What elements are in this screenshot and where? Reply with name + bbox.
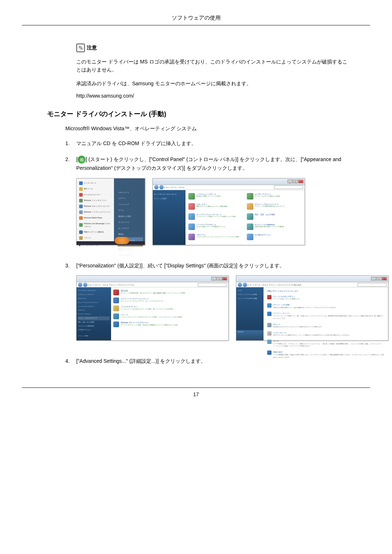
forward-icon — [243, 283, 247, 287]
note-header: ✎ 注意 — [76, 44, 352, 52]
screensaver-icon — [267, 312, 271, 316]
note-url: http://www.samsung.com/ — [76, 93, 352, 99]
page-number: 17 — [22, 387, 370, 397]
step-1: 1. マニュアル CD を CD-ROM ドライブに挿入します。 — [76, 139, 352, 148]
appearance-main: 個人設定デスクトップの背景の変更 色のカスタマイズ 画面の解像度の調整 スクリー… — [111, 287, 228, 340]
display-settings-icon — [267, 350, 271, 355]
start-button — [115, 237, 129, 244]
maximize-icon: □ — [217, 277, 222, 280]
folder-icon — [113, 305, 119, 311]
step-2: 2. [] (スタート) をクリックし、["Control Panel" (コン… — [76, 155, 352, 254]
minimize-icon: _ — [211, 277, 216, 280]
step-text: [] (スタート) をクリックし、["Control Panel" (コントロー… — [76, 155, 352, 254]
step-number: 1. — [65, 139, 76, 148]
note-text-2: 承認済みのドライバは、Samsung モニターのホームページに掲載されます。 — [76, 79, 352, 87]
taskbar — [77, 241, 145, 245]
search-icon — [198, 283, 227, 287]
security-icon — [188, 203, 195, 210]
back-icon — [154, 185, 159, 189]
appearance-icon — [247, 203, 253, 210]
programs-icon — [188, 234, 195, 240]
note-label: 注意 — [87, 45, 97, 51]
minimize-icon: _ — [287, 180, 293, 183]
content-area: ✎ 注意 このモニター ドライバーは MS ロゴの承認を受けており、このドライバ… — [22, 44, 370, 366]
hardware-icon — [188, 223, 195, 230]
ease-icon — [247, 223, 253, 230]
step-number: 3. — [65, 262, 76, 350]
page-header: ソフトウェアの使用 — [22, 15, 370, 25]
desktop-bg-icon — [267, 303, 271, 308]
back-icon — [78, 283, 82, 287]
appearance-sidebar: コントロール パネル ホーム システムとメンテナンス セキュリティ ネットワーク… — [77, 287, 111, 340]
windows-start-icon — [78, 156, 86, 164]
screenshot-appearance: _ □ × ▸ コントロール パネル ▸ デスクトップのカスタマイズ ▸ — [76, 275, 229, 341]
search-icon — [274, 185, 303, 189]
user-icon — [247, 193, 253, 200]
forward-icon — [83, 283, 87, 287]
close-icon: × — [222, 277, 227, 280]
close-icon: × — [382, 277, 387, 280]
step-text-b: ] (スタート) をクリックし、["Control Panel" (コントロール… — [76, 156, 341, 171]
maximize-icon: □ — [376, 277, 381, 280]
sounds-icon — [267, 323, 271, 327]
step-list: 1. マニュアル CD を CD-ROM ドライブに挿入します。 2. [] (… — [76, 139, 352, 366]
address-bar: ▸ コントロール パネル ▸ — [153, 185, 305, 190]
network-icon — [188, 213, 195, 220]
screenshot-row-1: インターネット 電子メール ウェルカム センター Windows フォト ギャラ… — [76, 178, 352, 245]
maximize-icon: □ — [293, 180, 298, 183]
screenshot-start-menu: インターネット 電子メール ウェルカム センター Windows フォト ギャラ… — [76, 178, 145, 245]
other-icon — [247, 234, 253, 240]
note-text-1: このモニター ドライバーは MS ロゴの承認を受けており、このドライバのインスト… — [76, 58, 352, 74]
address-bar: ▸ コントロール パネル ▸ デスクトップのカスタマイズ ▸ 個人設定 — [236, 282, 388, 287]
screenshot-control-panel: _ □ × ▸ コントロール パネル ▸ コントロール — [152, 178, 305, 245]
theme-icon — [267, 340, 271, 344]
control-panel-sidebar: コントロール パネル ホーム クラシック表示 — [153, 190, 185, 245]
screenshot-row-2: _ □ × ▸ コントロール パネル ▸ デスクトップのカスタマイズ ▸ — [76, 275, 388, 341]
back-icon — [238, 283, 242, 287]
sidebar-icon — [113, 321, 119, 327]
control-panel-main: システムとメンテナンスWindows の開始 バックアップの作成 ユーザー アカ… — [185, 190, 305, 245]
minimize-icon: _ — [371, 277, 376, 280]
start-menu-left-column: インターネット 電子メール ウェルカム センター Windows フォト ギャラ… — [78, 180, 113, 237]
window-titlebar: _ □ × — [236, 276, 388, 282]
start-menu-right-column: ドキュメント ピクチャ ミュージック ゲーム 最近使った項目 コンピュータ ネッ… — [118, 189, 143, 258]
search-icon — [358, 283, 387, 287]
close-icon: × — [298, 180, 303, 183]
mouse-icon — [267, 331, 271, 336]
step-text: ["Personalization" (個人設定)]、続いて ["Display… — [76, 262, 388, 350]
section-heading: モニター ドライバのインストール (手動) — [47, 110, 352, 118]
forward-icon — [159, 185, 164, 189]
step-3: 3. ["Personalization" (個人設定)]、続いて ["Disp… — [76, 262, 352, 350]
fonts-icon — [113, 313, 119, 319]
note-block: ✎ 注意 このモニター ドライバーは MS ロゴの承認を受けており、このドライバ… — [76, 44, 352, 99]
clock-icon — [247, 213, 253, 220]
step-number: 4. — [65, 357, 76, 366]
step-number: 2. — [65, 155, 76, 254]
screenshot-personalization: _ □ × ▸ コントロール パネル ▸ デスクトップのカスタマイズ ▸ 個人設… — [236, 275, 388, 341]
related-items: 関連項目 — [236, 330, 264, 340]
system-icon — [188, 193, 195, 200]
section-intro: Microsoft® Windows Vista™、オペレーティング システム — [65, 126, 352, 132]
window-titlebar: _ □ × — [153, 178, 305, 185]
address-bar: ▸ コントロール パネル ▸ デスクトップのカスタマイズ ▸ — [77, 282, 228, 287]
window-titlebar: _ □ × — [77, 276, 228, 282]
window-color-icon — [267, 295, 271, 299]
step-text: マニュアル CD を CD-ROM ドライブに挿入します。 — [76, 139, 352, 148]
personalization-main: 外観とサウンドをカスタマイズします ウィンドウの色とデザインウィンドウの色とスタ… — [264, 287, 388, 340]
taskbar-icon — [113, 297, 119, 303]
note-icon: ✎ — [76, 44, 85, 52]
personalization-icon — [113, 290, 119, 295]
